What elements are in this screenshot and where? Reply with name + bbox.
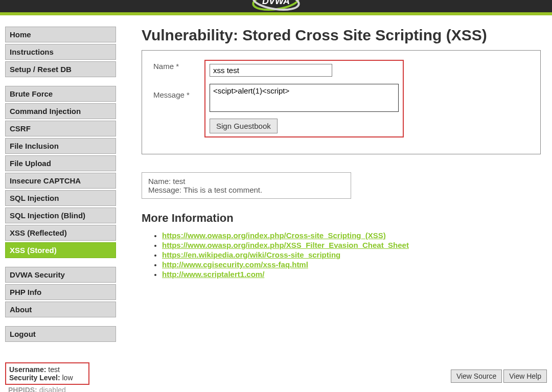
entry-name-label: Name: — [148, 177, 173, 186]
status-security: Security Level: low — [9, 374, 85, 382]
sidebar-item-home[interactable]: Home — [5, 27, 116, 42]
sidebar-item-sql-injection-blind[interactable]: SQL Injection (Blind) — [5, 207, 116, 223]
logo: DVWA — [243, 0, 309, 11]
entry-message-row: Message: This is a test comment. — [148, 186, 344, 194]
info-link-4[interactable]: http://www.cgisecurity.com/xss-faq.html — [162, 260, 308, 269]
name-label: Name * — [153, 60, 204, 71]
sidebar-item-csrf[interactable]: CSRF — [5, 121, 116, 136]
sidebar-item-file-inclusion[interactable]: File Inclusion — [5, 138, 116, 154]
guestbook-entry: Name: test Message: This is a test comme… — [142, 172, 351, 199]
message-label: Message * — [153, 90, 190, 99]
sidebar-item-command-injection[interactable]: Command Injection — [5, 103, 116, 119]
status-username: Username: test — [9, 365, 85, 374]
view-help-button[interactable]: View Help — [503, 370, 547, 383]
guestbook-panel: Name * <scipt>alert(1)<script> Sign Gues… — [142, 50, 541, 154]
more-info-links: https://www.owasp.org/index.php/Cross-si… — [142, 231, 541, 279]
entry-name-value: test — [173, 177, 185, 186]
menu-group-4: Logout — [5, 326, 116, 342]
sidebar-item-logout[interactable]: Logout — [5, 326, 116, 342]
menu-group-3: DVWA Security PHP Info About — [5, 267, 116, 317]
status-username-label: Username: — [9, 365, 46, 374]
menu-group-2: Brute Force Command Injection CSRF File … — [5, 86, 116, 258]
status-username-value: test — [46, 365, 59, 374]
svg-point-1 — [252, 0, 300, 11]
form-highlight: <scipt>alert(1)<script> Sign Guestbook — [204, 60, 404, 137]
sidebar-item-instructions[interactable]: Instructions — [5, 44, 116, 60]
sidebar-item-xss-reflected[interactable]: XSS (Reflected) — [5, 225, 116, 241]
sidebar-item-sql-injection[interactable]: SQL Injection — [5, 190, 116, 206]
entry-name-row: Name: test — [148, 177, 344, 186]
view-source-button[interactable]: View Source — [451, 370, 502, 383]
entry-message-label: Message: — [148, 186, 183, 194]
sign-guestbook-button[interactable]: Sign Guestbook — [210, 119, 278, 133]
sidebar-item-brute-force[interactable]: Brute Force — [5, 86, 116, 102]
menu-group-1: Home Instructions Setup / Reset DB — [5, 27, 116, 77]
sidebar: Home Instructions Setup / Reset DB Brute… — [5, 27, 116, 392]
sidebar-item-xss-stored[interactable]: XSS (Stored) — [5, 242, 116, 258]
sidebar-item-about[interactable]: About — [5, 302, 116, 317]
message-input[interactable]: <scipt>alert(1)<script> — [210, 84, 399, 112]
info-link-5[interactable]: http://www.scriptalert1.com/ — [162, 270, 264, 279]
entry-message-value: This is a test comment. — [183, 186, 262, 194]
topbar: DVWA — [0, 0, 552, 12]
bottom-button-bar: View Source View Help — [451, 370, 547, 383]
page-title: Vulnerability: Stored Cross Site Scripti… — [142, 27, 541, 44]
info-link-3[interactable]: https://en.wikipedia.org/wiki/Cross-site… — [162, 250, 340, 259]
main-content: Vulnerability: Stored Cross Site Scripti… — [142, 27, 547, 392]
sidebar-item-php-info[interactable]: PHP Info — [5, 284, 116, 300]
status-security-value: low — [60, 374, 73, 382]
sidebar-item-dvwa-security[interactable]: DVWA Security — [5, 267, 116, 283]
svg-point-0 — [252, 0, 300, 11]
more-info-heading: More Information — [142, 212, 541, 225]
info-link-1[interactable]: https://www.owasp.org/index.php/Cross-si… — [162, 231, 386, 240]
status-box: Username: test Security Level: low — [5, 362, 89, 385]
status-phpids-value: disabled — [37, 386, 66, 392]
sidebar-item-setup[interactable]: Setup / Reset DB — [5, 61, 116, 77]
status-security-label: Security Level: — [9, 374, 60, 382]
status-phpids: PHPIDS: disabled — [5, 386, 116, 392]
info-link-2[interactable]: https://www.owasp.org/index.php/XSS_Filt… — [162, 241, 409, 249]
svg-text:DVWA: DVWA — [262, 0, 290, 6]
status-phpids-label: PHPIDS: — [8, 386, 37, 392]
name-input[interactable] — [210, 64, 332, 77]
sidebar-item-file-upload[interactable]: File Upload — [5, 155, 116, 171]
sidebar-item-insecure-captcha[interactable]: Insecure CAPTCHA — [5, 173, 116, 189]
